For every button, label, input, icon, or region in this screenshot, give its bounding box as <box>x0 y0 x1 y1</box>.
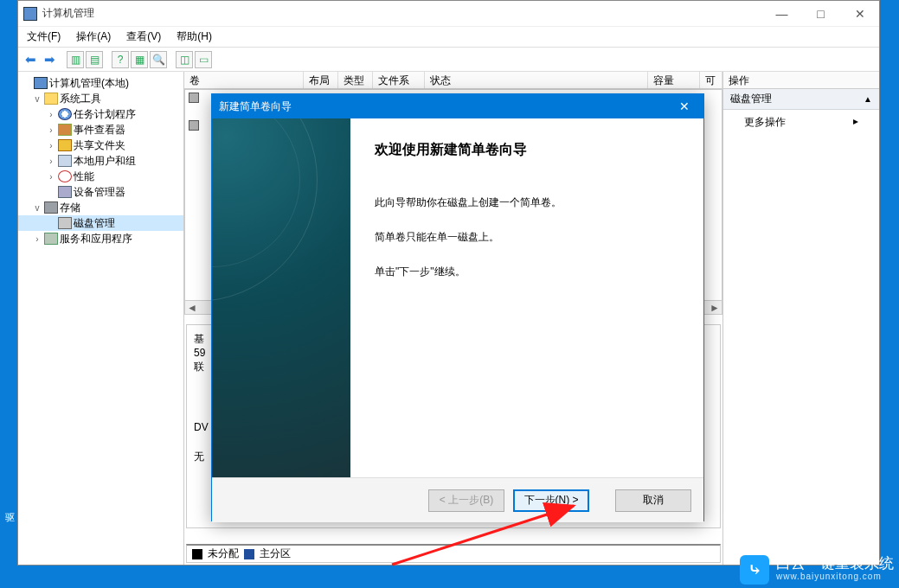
legend-label-unallocated: 未分配 <box>208 546 239 561</box>
caret-right-icon: ▸ <box>853 115 858 130</box>
watermark-badge-icon: ⤷ <box>740 555 769 585</box>
menu-action[interactable]: 操作(A) <box>74 28 112 46</box>
menu-file[interactable]: 文件(F) <box>25 28 62 46</box>
forward-icon[interactable]: ➡ <box>41 51 58 68</box>
volume-icon <box>189 93 199 103</box>
legend: 未分配 主分区 <box>186 544 721 563</box>
chevron-up-icon: ▲ <box>864 94 872 104</box>
minimize-button[interactable]: — <box>762 1 801 26</box>
dialog-text-3: 单击"下一步"继续。 <box>375 263 679 280</box>
window-title: 计算机管理 <box>42 6 94 21</box>
toolbar-icon-5[interactable]: ◫ <box>176 51 193 68</box>
toolbar-icon-1[interactable]: ▥ <box>67 51 84 68</box>
watermark-main: 白云一键重装系统 <box>776 557 894 570</box>
toolbar-icon-3[interactable]: ▦ <box>131 51 148 68</box>
tree-local-users[interactable]: ›本地用户和组 <box>18 153 183 169</box>
dialog-text-1: 此向导帮助你在磁盘上创建一个简单卷。 <box>375 194 679 211</box>
scroll-right-icon[interactable]: ► <box>710 302 720 314</box>
dialog-title: 新建简单卷向导 <box>219 99 292 114</box>
tree-performance[interactable]: ›性能 <box>18 169 183 184</box>
col-available[interactable]: 可 <box>700 72 722 88</box>
legend-label-primary: 主分区 <box>260 546 291 561</box>
dialog-text-2: 简单卷只能在单一磁盘上。 <box>375 228 679 246</box>
dialog-sidebar-graphic <box>212 118 350 477</box>
close-button[interactable]: ✕ <box>840 1 879 26</box>
watermark-url: www.baiyunxitong.com <box>776 570 894 583</box>
tree-event-viewer[interactable]: ›事件查看器 <box>18 122 183 137</box>
toolbar-icon-2[interactable]: ▤ <box>86 51 103 68</box>
actions-header: 操作 <box>723 72 879 89</box>
col-type[interactable]: 类型 <box>338 72 373 88</box>
actions-group-disk-management[interactable]: 磁盘管理▲ <box>723 89 879 110</box>
toolbar-icon-4[interactable]: 🔍 <box>150 51 167 68</box>
dialog-footer: < 上一步(B) 下一步(N) > 取消 <box>212 477 703 522</box>
new-simple-volume-wizard: 新建简单卷向导 ✕ 欢迎使用新建简单卷向导 此向导帮助你在磁盘上创建一个简单卷。… <box>211 93 704 521</box>
col-layout[interactable]: 布局 <box>304 72 338 88</box>
tree-task-scheduler[interactable]: ›任务计划程序 <box>18 106 183 122</box>
scroll-left-icon[interactable]: ◄ <box>187 302 197 314</box>
menu-help[interactable]: 帮助(H) <box>175 28 214 46</box>
back-icon[interactable]: ⬅ <box>22 51 39 68</box>
nav-tree: 计算机管理(本地) v系统工具 ›任务计划程序 ›事件查看器 ›共享文件夹 ›本… <box>18 72 184 565</box>
actions-more[interactable]: 更多操作▸ <box>723 110 879 135</box>
tree-services-apps[interactable]: ›服务和应用程序 <box>18 231 183 246</box>
dialog-heading: 欢迎使用新建简单卷向导 <box>375 141 679 159</box>
desktop-label-driver: 驱 <box>5 511 15 524</box>
dialog-content: 欢迎使用新建简单卷向导 此向导帮助你在磁盘上创建一个简单卷。 简单卷只能在单一磁… <box>350 118 703 477</box>
dialog-titlebar: 新建简单卷向导 ✕ <box>212 94 703 118</box>
toolbar-icon-6[interactable]: ▭ <box>195 51 212 68</box>
titlebar: 计算机管理 — □ ✕ <box>18 1 879 27</box>
cancel-button[interactable]: 取消 <box>615 489 691 512</box>
volume-icon <box>189 120 199 131</box>
tree-disk-management[interactable]: 磁盘管理 <box>18 215 183 231</box>
tree-root[interactable]: 计算机管理(本地) <box>18 75 183 91</box>
actions-pane: 操作 磁盘管理▲ 更多操作▸ <box>723 72 879 565</box>
volume-header: 卷 布局 类型 文件系统 状态 容量 可 <box>184 72 722 89</box>
menu-view[interactable]: 查看(V) <box>125 28 163 46</box>
tree-shared-folders[interactable]: ›共享文件夹 <box>18 137 183 153</box>
toolbar: ⬅ ➡ ▥ ▤ ? ▦ 🔍 ◫ ▭ <box>18 48 879 72</box>
col-filesystem[interactable]: 文件系统 <box>373 72 425 88</box>
maximize-button[interactable]: □ <box>801 1 840 26</box>
legend-swatch-unallocated <box>192 549 202 559</box>
next-button[interactable]: 下一步(N) > <box>513 489 589 512</box>
back-button: < 上一步(B) <box>428 489 504 512</box>
dialog-close-button[interactable]: ✕ <box>672 99 697 113</box>
col-status[interactable]: 状态 <box>425 72 648 88</box>
legend-swatch-primary <box>244 549 254 559</box>
tree-storage[interactable]: v存储 <box>18 200 183 215</box>
watermark: ⤷ 白云一键重装系统 www.baiyunxitong.com <box>740 555 894 585</box>
menubar: 文件(F) 操作(A) 查看(V) 帮助(H) <box>18 27 879 48</box>
tree-device-manager[interactable]: 设备管理器 <box>18 184 183 200</box>
col-volume[interactable]: 卷 <box>184 72 304 88</box>
app-icon <box>23 7 37 21</box>
toolbar-help-icon[interactable]: ? <box>112 51 129 68</box>
tree-system-tools[interactable]: v系统工具 <box>18 91 183 106</box>
col-capacity[interactable]: 容量 <box>648 72 700 88</box>
